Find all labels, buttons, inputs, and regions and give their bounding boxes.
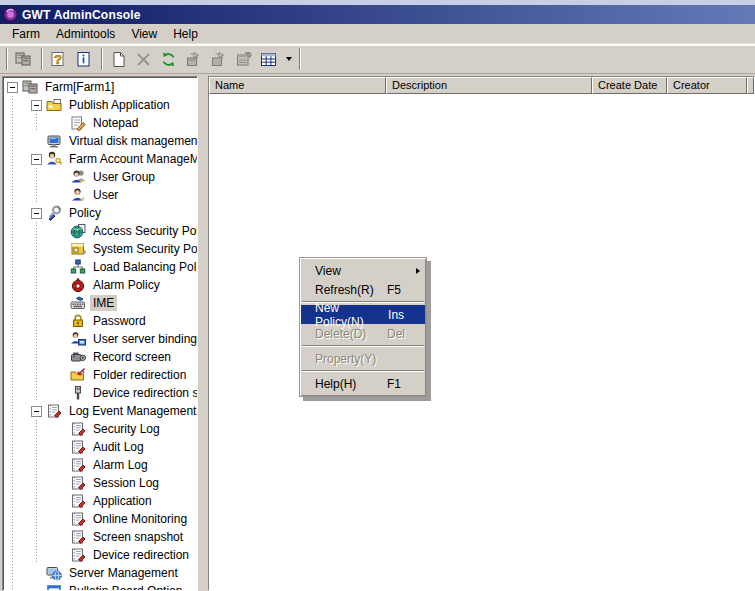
app-sphere-icon[interactable]	[3, 7, 18, 22]
tree-item-session-log[interactable]: Session Log	[3, 474, 197, 492]
menubar-item-admintools[interactable]: Admintools	[48, 25, 123, 43]
context-menu-item-help-h[interactable]: Help(H)F1	[301, 374, 425, 393]
tree-item-publish-application[interactable]: Publish Application	[3, 96, 197, 114]
tree-guide-line	[31, 366, 55, 384]
tree-item-policy[interactable]: Policy	[3, 204, 197, 222]
export-folder-icon	[210, 51, 227, 67]
tree-item-online-monitoring[interactable]: Online Monitoring	[3, 510, 197, 528]
tree-item-label: Alarm Log	[90, 457, 151, 473]
refresh-button[interactable]	[157, 47, 182, 71]
menubar-item-help[interactable]: Help	[165, 25, 206, 43]
tree-item-bulletin-board-option[interactable]: Bulletin Board Option	[3, 582, 197, 591]
tree-item-user-group[interactable]: User Group	[3, 168, 197, 186]
tree-item-farm-farm1[interactable]: Farm[Farm1]	[3, 78, 197, 96]
farm-button[interactable]	[12, 47, 37, 71]
toolbar-separator	[41, 48, 43, 70]
tree-item-label: Virtual disk management	[66, 133, 198, 149]
tree-guide-line	[7, 168, 31, 186]
tree-item-farm-account-management[interactable]: Farm Account ManageMent	[3, 150, 197, 168]
view-dropdown-button[interactable]	[282, 47, 295, 71]
tree-guide-line	[31, 546, 55, 564]
help-button[interactable]: ?	[47, 47, 72, 71]
menu-item-shortcut: Ins	[388, 308, 415, 322]
column-header-name[interactable]: Name	[209, 77, 386, 94]
view-grid-button[interactable]	[257, 47, 282, 71]
collapse-minus-icon[interactable]	[31, 100, 42, 111]
collapse-minus-icon[interactable]	[31, 154, 42, 165]
tree-guide-line	[7, 312, 31, 330]
new-button[interactable]	[107, 47, 132, 71]
list-empty-area[interactable]	[209, 94, 754, 590]
tree-item-user[interactable]: User	[3, 186, 197, 204]
list-view: NameDescriptionCreate DateCreator	[208, 76, 755, 591]
tree-item-ime[interactable]: IME	[3, 294, 197, 312]
tree-item-application[interactable]: Application	[3, 492, 197, 510]
context-menu-item-view[interactable]: View	[301, 261, 425, 280]
log-icon	[70, 529, 87, 545]
about-button[interactable]	[72, 47, 97, 71]
export-button[interactable]	[207, 47, 232, 71]
tree-item-password[interactable]: Password	[3, 312, 197, 330]
tree-item-user-server-binding[interactable]: User server binding	[3, 330, 197, 348]
tree-item-screen-snapshot[interactable]: Screen snapshot	[3, 528, 197, 546]
panel-splitter[interactable]	[198, 76, 208, 591]
tree-guide-line	[7, 456, 31, 474]
tree-item-label: Log Event Management	[66, 403, 198, 419]
tree-item-label: Security Log	[90, 421, 163, 437]
tree-guide-line	[7, 528, 31, 546]
properties-button[interactable]	[232, 47, 257, 71]
delete-button[interactable]	[132, 47, 157, 71]
column-header-create-date[interactable]: Create Date	[592, 77, 667, 94]
copy-button[interactable]	[182, 47, 207, 71]
context-menu-item-refresh-r[interactable]: Refresh(R)F5	[301, 280, 425, 299]
tree-item-access-security-policy[interactable]: Access Security Policy	[3, 222, 197, 240]
collapse-minus-icon[interactable]	[7, 82, 18, 93]
tree-item-alarm-policy[interactable]: Alarm Policy	[3, 276, 197, 294]
menu-item-shortcut: F1	[387, 377, 415, 391]
menu-separator	[302, 370, 424, 372]
tree-item-label: Online Monitoring	[90, 511, 190, 527]
toolbar-separator	[299, 48, 301, 70]
tree-item-device-redirection-strate[interactable]: Device redirection strate	[3, 384, 197, 402]
tree-item-label: Farm Account ManageMent	[66, 151, 198, 167]
context-menu-item-new-policy-n[interactable]: New Policy(N)Ins	[301, 305, 425, 324]
tree-item-audit-log[interactable]: Audit Log	[3, 438, 197, 456]
tree-item-device-redirection[interactable]: Device redirection	[3, 546, 197, 564]
tree-guide-line	[7, 294, 31, 312]
tree-item-notepad[interactable]: Notepad	[3, 114, 197, 132]
tree-guide-line	[31, 438, 55, 456]
tree-item-server-management[interactable]: Server Management	[3, 564, 197, 582]
tree-item-record-screen[interactable]: Record screen	[3, 348, 197, 366]
tree-guide-line	[31, 258, 55, 276]
servers-icon	[15, 51, 32, 67]
properties-icon	[235, 51, 252, 67]
tree-item-load-balancing-policy[interactable]: Load Balancing Policy	[3, 258, 197, 276]
list-header: NameDescriptionCreate DateCreator	[209, 77, 754, 94]
tree-item-label: Farm[Farm1]	[42, 79, 117, 95]
titlebar[interactable]: GWT AdminConsole	[0, 5, 755, 24]
collapse-minus-icon[interactable]	[31, 208, 42, 219]
collapse-minus-icon[interactable]	[31, 406, 42, 417]
tree-guide-line	[7, 438, 31, 456]
tree-item-log-event-management[interactable]: Log Event Management	[3, 402, 197, 420]
tree-item-label: User Group	[90, 169, 158, 185]
tree-item-folder-redirection[interactable]: Folder redirection	[3, 366, 197, 384]
column-header-description[interactable]: Description	[386, 77, 592, 94]
tree-item-label: Folder redirection	[90, 367, 189, 383]
tree-guide-line	[7, 276, 31, 294]
tree-item-security-log[interactable]: Security Log	[3, 420, 197, 438]
tree-item-system-security-policy[interactable]: System Security Policy	[3, 240, 197, 258]
menubar-item-farm[interactable]: Farm	[4, 25, 48, 43]
menu-item-shortcut: Del	[387, 327, 415, 341]
tree-guide-line	[7, 96, 31, 114]
log-icon	[70, 511, 87, 527]
tree-item-label: Audit Log	[90, 439, 147, 455]
menubar-item-view[interactable]: View	[123, 25, 165, 43]
user-server-icon	[70, 331, 87, 347]
tree-item-alarm-log[interactable]: Alarm Log	[3, 456, 197, 474]
tree-guide-line	[31, 186, 55, 204]
menu-item-label: Delete(D)	[315, 327, 366, 341]
tree-item-virtual-disk-management[interactable]: Virtual disk management	[3, 132, 197, 150]
log-icon	[70, 547, 87, 563]
column-header-creator[interactable]: Creator	[667, 77, 747, 94]
